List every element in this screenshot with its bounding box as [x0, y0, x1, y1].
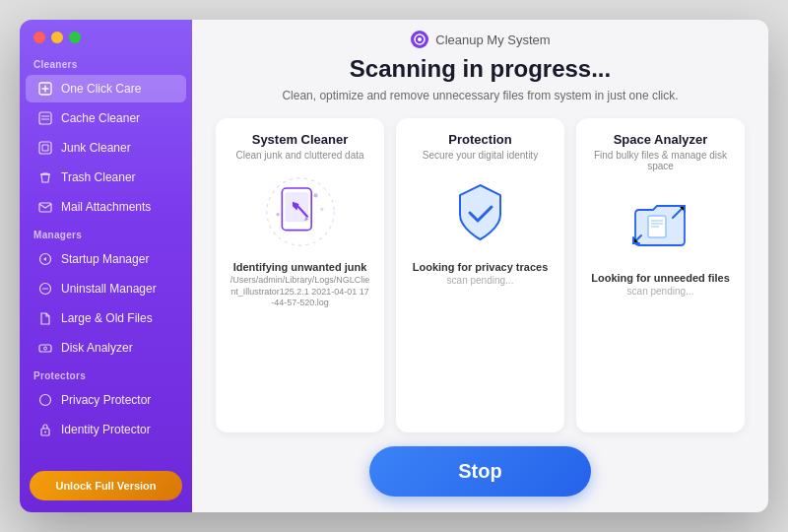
maximize-button[interactable]: [69, 32, 81, 43]
svg-rect-4: [39, 142, 51, 154]
scan-heading: Scanning in progress...: [350, 55, 611, 83]
svg-point-22: [313, 193, 317, 197]
system-cleaner-path: /Users/admin/Library/Logs/NGLClient_Illu…: [230, 275, 370, 309]
sidebar-item-uninstall-manager[interactable]: Uninstall Manager: [26, 275, 186, 302]
space-analyzer-title: Space Analyzer: [614, 132, 708, 147]
svg-rect-10: [39, 345, 51, 352]
disk-analyzer-label: Disk Analyzer: [61, 341, 133, 355]
scan-subtext: Clean, optimize and remove unnecessary f…: [282, 89, 678, 102]
protection-status: Looking for privacy traces: [413, 261, 549, 273]
cleaners-section-label: Cleaners: [20, 51, 192, 74]
system-cleaner-svg: [261, 172, 340, 251]
unlock-full-version-button[interactable]: Unlock Full Version: [30, 471, 182, 500]
sidebar-item-junk-cleaner[interactable]: Junk Cleaner: [26, 134, 186, 162]
junk-cleaner-icon: [37, 140, 53, 156]
managers-section-label: Managers: [20, 222, 192, 244]
svg-point-23: [320, 208, 323, 211]
svg-point-11: [44, 347, 47, 350]
mail-attachments-icon: [37, 199, 53, 215]
protection-illustration: [441, 172, 520, 251]
space-analyzer-subtitle: Find bulky files & manage disk space: [590, 150, 731, 171]
system-cleaner-illustration: [261, 172, 340, 251]
svg-rect-1: [39, 112, 51, 124]
trash-cleaner-label: Trash Cleaner: [61, 170, 136, 184]
traffic-lights: [20, 20, 192, 51]
sidebar-item-disk-analyzer[interactable]: Disk Analyzer: [26, 334, 186, 362]
sidebar-item-cache-cleaner[interactable]: Cache Cleaner: [26, 104, 186, 132]
sidebar: Cleaners One Click Care Cache Cleaner: [20, 20, 192, 512]
uninstall-manager-label: Uninstall Manager: [61, 282, 157, 296]
main-content: Cleanup My System Scanning in progress..…: [192, 20, 768, 512]
privacy-protector-icon: [37, 392, 53, 408]
protection-subtitle: Secure your digital identity: [423, 150, 538, 161]
uninstall-manager-icon: [37, 281, 53, 297]
app-icon: [410, 30, 429, 49]
system-cleaner-status: Identifying unwanted junk: [233, 261, 367, 273]
svg-point-17: [418, 37, 422, 41]
one-click-care-label: One Click Care: [61, 82, 141, 96]
privacy-protector-label: Privacy Protector: [61, 393, 151, 407]
large-old-files-icon: [37, 310, 53, 326]
space-analyzer-card: Space Analyzer Find bulky files & manage…: [576, 118, 745, 432]
disk-analyzer-icon: [37, 340, 53, 356]
stop-button[interactable]: Stop: [369, 446, 590, 497]
identity-protector-label: Identity Protector: [61, 423, 151, 436]
sidebar-item-privacy-protector[interactable]: Privacy Protector: [26, 386, 186, 414]
trash-cleaner-icon: [37, 169, 53, 185]
stop-button-container: Stop: [216, 446, 745, 497]
svg-point-12: [40, 395, 51, 406]
one-click-care-icon: [37, 81, 53, 97]
titlebar: Cleanup My System: [192, 20, 768, 55]
system-cleaner-card: System Cleaner Clean junk and cluttered …: [216, 118, 384, 432]
content-area: Scanning in progress... Clean, optimize …: [192, 55, 768, 512]
protectors-section-label: Protectors: [20, 363, 192, 385]
svg-point-14: [44, 432, 46, 433]
space-analyzer-pending: scan pending...: [627, 286, 694, 297]
app-window: Cleaners One Click Care Cache Cleaner: [20, 20, 768, 512]
protection-svg: [443, 175, 517, 249]
cards-row: System Cleaner Clean junk and cluttered …: [216, 118, 745, 432]
identity-protector-icon: [37, 422, 53, 437]
minimize-button[interactable]: [51, 32, 63, 43]
space-analyzer-svg: [624, 186, 697, 260]
protection-card: Protection Secure your digital identity …: [396, 118, 564, 432]
app-title: Cleanup My System: [435, 33, 550, 47]
startup-manager-label: Startup Manager: [61, 252, 149, 266]
protection-pending: scan pending...: [447, 275, 514, 286]
close-button[interactable]: [33, 32, 45, 43]
cache-cleaner-label: Cache Cleaner: [61, 111, 140, 125]
space-analyzer-status: Looking for unneeded files: [591, 272, 730, 284]
sidebar-item-identity-protector[interactable]: Identity Protector: [26, 416, 186, 443]
junk-cleaner-label: Junk Cleaner: [61, 141, 131, 155]
cache-cleaner-icon: [37, 110, 53, 126]
protection-title: Protection: [448, 132, 511, 147]
sidebar-item-large-old-files[interactable]: Large & Old Files: [26, 304, 186, 332]
startup-manager-icon: [37, 251, 53, 267]
space-analyzer-illustration: [622, 183, 700, 262]
sidebar-item-one-click-care[interactable]: One Click Care: [26, 75, 186, 102]
sidebar-item-trash-cleaner[interactable]: Trash Cleaner: [26, 164, 186, 191]
system-cleaner-title: System Cleaner: [252, 132, 349, 147]
large-old-files-label: Large & Old Files: [61, 311, 153, 325]
sidebar-item-mail-attachments[interactable]: Mail Attachments: [26, 193, 186, 221]
mail-attachments-label: Mail Attachments: [61, 200, 151, 214]
system-cleaner-subtitle: Clean junk and cluttered data: [235, 150, 363, 161]
svg-point-24: [276, 213, 279, 216]
sidebar-item-startup-manager[interactable]: Startup Manager: [26, 245, 186, 273]
